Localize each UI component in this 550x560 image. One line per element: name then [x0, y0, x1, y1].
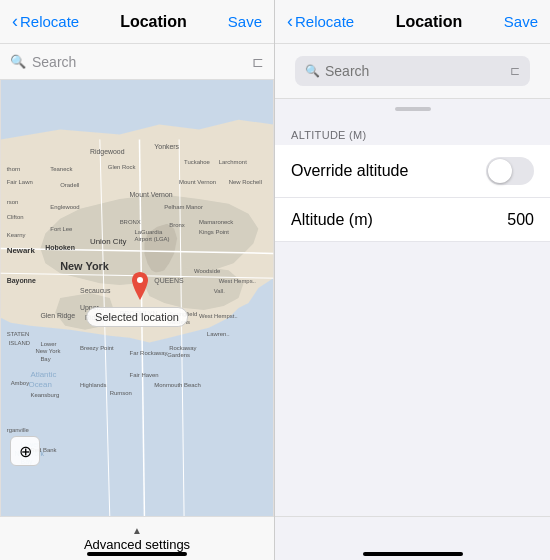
svg-text:rson: rson	[7, 199, 19, 205]
svg-text:LaGuardia: LaGuardia	[135, 229, 163, 235]
advanced-settings-label: Advanced settings	[84, 537, 190, 552]
svg-text:Ocean: Ocean	[28, 380, 51, 389]
left-save-button[interactable]: Save	[228, 13, 262, 30]
override-altitude-toggle[interactable]	[486, 157, 534, 185]
svg-text:Glen Ridge: Glen Ridge	[40, 312, 75, 320]
svg-text:Yonkers: Yonkers	[154, 143, 179, 150]
svg-text:Fort Lee: Fort Lee	[50, 226, 73, 232]
svg-text:Keansburg: Keansburg	[30, 392, 59, 398]
altitude-value-row: Altitude (m) 500	[275, 198, 550, 242]
svg-text:New York: New York	[35, 348, 60, 354]
right-nav-bar: ‹ Relocate Location Save	[275, 0, 550, 44]
right-back-label: Relocate	[295, 13, 354, 30]
svg-text:ISLAND: ISLAND	[9, 340, 30, 346]
svg-text:Hoboken: Hoboken	[45, 244, 75, 251]
altitude-section-header: ALTITUDE (M)	[275, 123, 550, 145]
svg-text:Rockaway: Rockaway	[169, 345, 196, 351]
right-search-input[interactable]	[325, 63, 510, 79]
svg-text:Englewood: Englewood	[50, 204, 79, 210]
svg-text:Secaucus: Secaucus	[80, 287, 111, 294]
svg-text:Far Rockaway: Far Rockaway	[130, 350, 168, 356]
search-icon: 🔍	[10, 54, 26, 69]
svg-text:QUEENS: QUEENS	[154, 277, 184, 285]
svg-text:Union City: Union City	[90, 237, 127, 246]
left-panel: ‹ Relocate Location Save 🔍 ⊏	[0, 0, 275, 560]
map-pin	[130, 272, 150, 296]
left-search-input[interactable]	[32, 54, 252, 70]
svg-text:West Hemps..: West Hemps..	[219, 278, 257, 284]
svg-text:Airport (LGA): Airport (LGA)	[135, 236, 170, 242]
svg-text:Bayonne: Bayonne	[7, 277, 36, 285]
right-chevron-icon: ‹	[287, 11, 293, 32]
svg-text:Woodside: Woodside	[194, 268, 221, 274]
right-save-button[interactable]: Save	[504, 13, 538, 30]
right-bottom-bar	[275, 516, 550, 560]
home-indicator	[87, 552, 187, 556]
svg-text:Fair Haven: Fair Haven	[130, 372, 159, 378]
override-altitude-label: Override altitude	[291, 162, 408, 180]
svg-text:Kings Point: Kings Point	[199, 229, 229, 235]
right-spacer	[275, 242, 550, 516]
right-search-bar[interactable]: 🔍 ⊏	[295, 56, 530, 86]
svg-text:Kearny: Kearny	[7, 232, 26, 238]
drag-handle-area	[275, 99, 550, 115]
left-nav-bar: ‹ Relocate Location Save	[0, 0, 274, 44]
selected-location-label: Selected location	[86, 307, 188, 327]
svg-text:Teaneck: Teaneck	[50, 166, 72, 172]
advanced-settings-button[interactable]: ▲ Advanced settings	[84, 525, 190, 552]
svg-text:Fair Lawn: Fair Lawn	[7, 179, 33, 185]
right-back-button[interactable]: ‹ Relocate	[287, 11, 354, 32]
right-home-indicator	[363, 552, 463, 556]
svg-text:Rumson: Rumson	[110, 390, 132, 396]
svg-text:Monmouth Beach: Monmouth Beach	[154, 382, 201, 388]
svg-text:Mamaroneck: Mamaroneck	[199, 219, 233, 225]
svg-text:STATEN: STATEN	[7, 331, 30, 337]
svg-text:Larchmont: Larchmont	[219, 159, 247, 165]
svg-text:Gardens: Gardens	[167, 352, 190, 358]
map-container[interactable]: Atlantic Ocean Lower New York Bay Ridgew…	[0, 80, 274, 516]
svg-text:Bronx: Bronx	[169, 222, 185, 228]
svg-text:Mount Vernon: Mount Vernon	[179, 179, 216, 185]
left-search-bar: 🔍 ⊏	[0, 44, 274, 80]
altitude-label: Altitude (m)	[291, 211, 373, 229]
bookmark-icon[interactable]: ⊏	[252, 54, 264, 70]
right-bookmark-icon[interactable]: ⊏	[510, 64, 520, 78]
svg-text:Lawren..: Lawren..	[207, 331, 230, 337]
left-bottom-bar: ▲ Advanced settings	[0, 516, 274, 560]
drag-handle[interactable]	[395, 107, 431, 111]
left-back-button[interactable]: ‹ Relocate	[12, 11, 79, 32]
toggle-thumb	[488, 159, 512, 183]
svg-text:Amboy: Amboy	[11, 380, 30, 386]
right-panel: ‹ Relocate Location Save 🔍 ⊏ ALTITUDE (M…	[275, 0, 550, 560]
svg-text:Oradell: Oradell	[60, 182, 79, 188]
left-back-label: Relocate	[20, 13, 79, 30]
left-nav-title: Location	[120, 13, 187, 31]
altitude-value: 500	[507, 211, 534, 229]
svg-point-75	[137, 277, 143, 283]
svg-text:New York: New York	[60, 260, 110, 272]
altitude-section: ALTITUDE (M) Override altitude Altitude …	[275, 123, 550, 242]
svg-text:BRONX: BRONX	[120, 219, 141, 225]
svg-text:Ridgewood: Ridgewood	[90, 148, 125, 156]
svg-text:Bay: Bay	[40, 356, 50, 362]
svg-text:Pelham Manor: Pelham Manor	[164, 204, 203, 210]
svg-text:Tuckahoe: Tuckahoe	[184, 159, 211, 165]
svg-text:thorn: thorn	[7, 166, 21, 172]
svg-text:Clifton: Clifton	[7, 214, 24, 220]
svg-text:West Hempst..: West Hempst..	[199, 313, 238, 319]
svg-text:New Rochell: New Rochell	[229, 179, 262, 185]
target-location-button[interactable]: ⊕	[10, 436, 40, 466]
svg-text:Newark: Newark	[7, 246, 36, 255]
right-search-icon: 🔍	[305, 64, 320, 78]
map-background: Atlantic Ocean Lower New York Bay Ridgew…	[0, 80, 274, 516]
svg-text:Atlantic: Atlantic	[30, 370, 56, 379]
svg-text:Vall.: Vall.	[214, 288, 225, 294]
svg-text:Glen Rock: Glen Rock	[108, 164, 136, 170]
svg-text:Lower: Lower	[40, 341, 56, 347]
svg-text:Mount Vernon: Mount Vernon	[130, 191, 173, 198]
left-chevron-icon: ‹	[12, 11, 18, 32]
svg-text:Highlands: Highlands	[80, 382, 106, 388]
override-altitude-row: Override altitude	[275, 145, 550, 198]
svg-text:Breezy Point: Breezy Point	[80, 345, 114, 351]
chevron-up-icon: ▲	[132, 525, 142, 536]
